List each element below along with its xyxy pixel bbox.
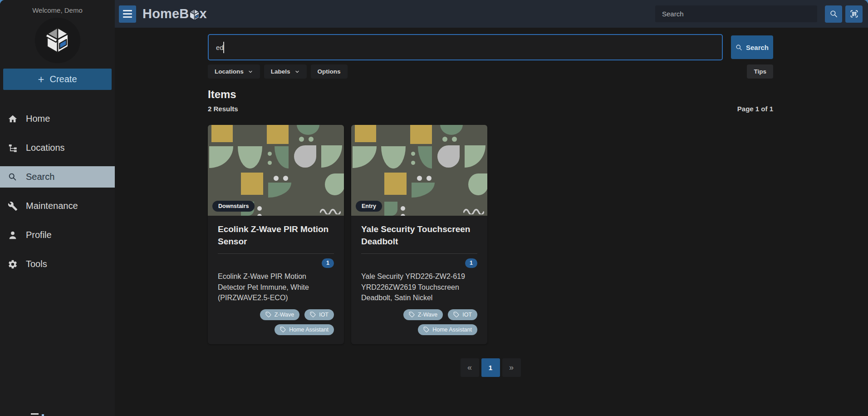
sidebar-item-label: Maintenance (26, 201, 78, 211)
label-text: IOT (462, 312, 472, 318)
create-label: Create (49, 74, 77, 84)
item-labels: Z-Wave IOT Home Assistant (361, 309, 477, 335)
wrench-icon (7, 201, 18, 212)
tag-icon (265, 312, 271, 317)
tag-icon (409, 312, 415, 317)
item-cards: Downstairs Ecolink Z-Wave PIR Motion Sen… (208, 125, 773, 344)
tag-icon (423, 327, 429, 332)
filter-row: Locations Labels Options Tips (208, 64, 773, 79)
sidebar-item-search[interactable]: Search (0, 166, 115, 188)
sidebar-item-label: Profile (26, 230, 52, 240)
person-icon (7, 230, 18, 241)
sidebar: Welcome, Demo + Create Home (0, 0, 115, 416)
main-search-input[interactable] (209, 35, 722, 59)
label-chip[interactable]: IOT (448, 309, 477, 320)
results-count: 2 Results (208, 105, 238, 113)
divider (218, 253, 334, 254)
welcome-text: Welcome, Demo (0, 6, 115, 14)
sidebar-item-label: Tools (26, 259, 47, 269)
item-description: Yale Security YRD226-ZW2-619 YRD226ZW261… (361, 271, 477, 303)
label-chip[interactable]: Home Assistant (275, 324, 334, 335)
topbar-search-input[interactable] (655, 5, 817, 22)
app-window: Welcome, Demo + Create Home (0, 0, 868, 416)
search-icon (736, 44, 742, 51)
search-icon (7, 172, 18, 183)
clipped-footer-text (31, 413, 51, 416)
label-chip[interactable]: Home Assistant (418, 324, 477, 335)
quantity-badge: 1 (322, 258, 334, 268)
main-search-field (208, 34, 723, 60)
search-submit-button[interactable]: Search (731, 35, 773, 59)
squiggle-decoration (320, 206, 341, 214)
location-badge[interactable]: Downstairs (212, 201, 255, 212)
page-indicator: Page 1 of 1 (737, 105, 773, 113)
locations-filter-dropdown[interactable]: Locations (208, 64, 260, 79)
label-text: Z-Wave (418, 312, 437, 318)
homebox-logo (35, 18, 80, 63)
pagination-prev-button[interactable]: « (461, 358, 479, 377)
tips-button[interactable]: Tips (747, 64, 773, 79)
item-card-image: Downstairs (208, 125, 344, 216)
sidebar-item-tools[interactable]: Tools (0, 253, 115, 275)
search-icon (829, 10, 838, 18)
item-card[interactable]: Downstairs Ecolink Z-Wave PIR Motion Sen… (208, 125, 344, 344)
divider (361, 253, 477, 254)
item-card-body: Yale Security Touchscreen Deadbolt 1 Yal… (351, 216, 487, 344)
box-logo-icon (44, 26, 72, 54)
brand-text-suffix: x (200, 6, 207, 21)
filter-label: Labels (271, 68, 290, 75)
item-card-image: Entry (351, 125, 487, 216)
home-icon (7, 114, 18, 124)
brand: HomeB x (142, 6, 207, 21)
chevron-down-icon (294, 69, 300, 74)
label-chip[interactable]: Z-Wave (403, 309, 443, 320)
brand-box-icon (188, 9, 201, 21)
gear-icon (7, 259, 18, 270)
labels-filter-dropdown[interactable]: Labels (264, 64, 307, 79)
search-button-label: Search (746, 44, 769, 51)
plus-icon: + (38, 74, 44, 85)
location-badge[interactable]: Entry (356, 201, 382, 212)
label-chip[interactable]: IOT (304, 309, 334, 320)
menu-button[interactable] (119, 5, 136, 23)
topbar-search-button[interactable] (825, 5, 842, 23)
qr-scan-button[interactable] (845, 5, 863, 23)
page-title: Items (208, 88, 773, 101)
search-row: Search (208, 34, 773, 60)
item-card-body: Ecolink Z-Wave PIR Motion Sensor 1 Ecoli… (208, 216, 344, 344)
results-row: 2 Results Page 1 of 1 (208, 105, 773, 113)
qr-scan-icon (850, 10, 858, 18)
filter-label: Options (318, 68, 341, 75)
pagination: « 1 » (208, 358, 773, 377)
sidebar-nav: Home Locations Search (0, 108, 115, 282)
sidebar-item-locations[interactable]: Locations (0, 137, 115, 158)
item-description: Ecolink Z-Wave PIR Motion Detector Pet I… (218, 271, 334, 303)
filter-buttons: Locations Labels Options (208, 64, 348, 79)
sidebar-item-label: Search (26, 172, 54, 182)
label-chip[interactable]: Z-Wave (260, 309, 299, 320)
pagination-next-button[interactable]: » (502, 358, 521, 377)
brand-text-prefix: HomeB (142, 6, 189, 21)
badge-row: 1 (361, 258, 477, 268)
sidebar-item-profile[interactable]: Profile (0, 224, 115, 246)
topbar: HomeB x (115, 0, 868, 28)
item-labels: Z-Wave IOT Home Assistant (218, 309, 334, 335)
label-text: Z-Wave (275, 312, 294, 318)
sidebar-item-maintenance[interactable]: Maintenance (0, 195, 115, 217)
main-content: Search Locations Labels Options Tips Ite… (115, 28, 868, 416)
tag-icon (280, 327, 286, 332)
tag-icon (310, 312, 316, 317)
item-card[interactable]: Entry Yale Security Touchscreen Deadbolt… (351, 125, 487, 344)
tree-icon (7, 143, 18, 154)
hamburger-icon (123, 10, 132, 11)
pagination-page-1-button[interactable]: 1 (481, 358, 500, 377)
tag-icon (453, 312, 459, 317)
quantity-badge: 1 (465, 258, 477, 268)
sidebar-item-label: Home (26, 114, 50, 124)
text-caret (223, 42, 224, 53)
options-filter-button[interactable]: Options (311, 64, 348, 79)
sidebar-item-home[interactable]: Home (0, 108, 115, 129)
label-text: IOT (319, 312, 329, 318)
create-button[interactable]: + Create (3, 69, 112, 90)
item-title: Ecolink Z-Wave PIR Motion Sensor (218, 223, 334, 248)
